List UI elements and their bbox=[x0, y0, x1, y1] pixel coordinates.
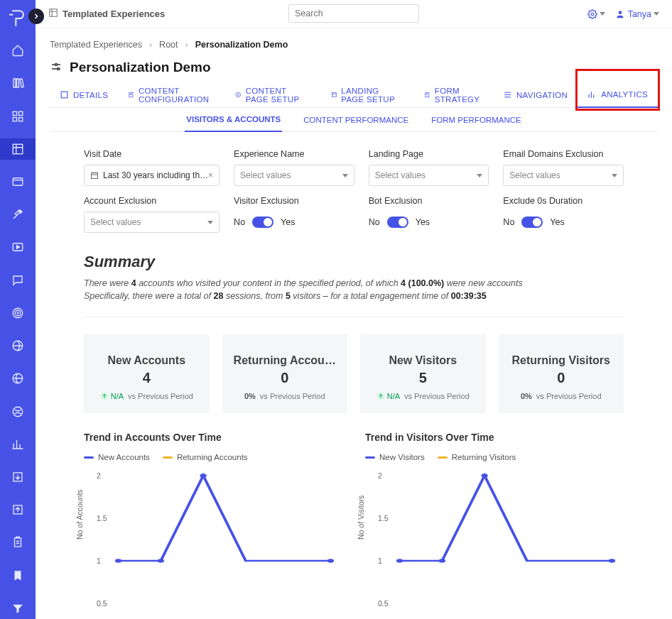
y-axis-label: No of Visitors bbox=[357, 495, 365, 539]
breadcrumb-item[interactable]: Templated Experiences bbox=[50, 40, 142, 50]
tab-analytics[interactable]: ANALYTICS bbox=[578, 83, 658, 108]
svg-rect-25 bbox=[332, 93, 336, 97]
toggle-no-label: No bbox=[369, 217, 380, 227]
rail-home[interactable] bbox=[0, 40, 36, 61]
trend-up-icon: N/A bbox=[376, 392, 400, 400]
rail-clipboard[interactable] bbox=[0, 532, 36, 553]
workspace-title-text: Templated Experiences bbox=[63, 9, 165, 19]
y-axis-label: No of Accounts bbox=[75, 489, 84, 539]
calendar-icon bbox=[90, 171, 99, 180]
svg-rect-1 bbox=[19, 111, 23, 115]
rail-video[interactable] bbox=[0, 236, 36, 258]
filter-label: Experience Name bbox=[234, 149, 354, 159]
legend-label: Returning Visitors bbox=[452, 453, 516, 461]
tab-form-strategy[interactable]: FORM STRATEGY bbox=[414, 82, 493, 107]
svg-rect-0 bbox=[13, 111, 16, 115]
summary-heading: Summary bbox=[84, 253, 624, 271]
account-exclusion-select[interactable]: Select values bbox=[84, 212, 220, 233]
line-chart-svg bbox=[388, 469, 624, 610]
rail-chat[interactable] bbox=[0, 270, 36, 291]
kpi-value: 4 bbox=[91, 370, 202, 386]
legend-label: New Visitors bbox=[379, 453, 425, 461]
experience-name-select[interactable]: Select values bbox=[234, 165, 354, 186]
user-menu[interactable]: Tanya bbox=[615, 9, 659, 19]
filter-visitor-exclusion: Visitor Exclusion No Yes bbox=[234, 196, 354, 233]
expand-rail-button[interactable] bbox=[28, 9, 44, 24]
toggle-yes-label: Yes bbox=[416, 217, 430, 227]
breadcrumb-item[interactable]: Root bbox=[159, 40, 178, 50]
line-chart-svg bbox=[107, 469, 342, 610]
rail-export1[interactable] bbox=[0, 466, 36, 488]
y-tick: 1.5 bbox=[378, 514, 389, 522]
tab-navigation[interactable]: NAVIGATION bbox=[493, 82, 578, 107]
rail-bookmark[interactable] bbox=[0, 565, 36, 586]
rail-globe1[interactable] bbox=[0, 335, 36, 356]
rail-filter[interactable] bbox=[0, 598, 36, 619]
rail-globe3[interactable] bbox=[0, 400, 36, 422]
rail-export2[interactable] bbox=[0, 499, 36, 520]
svg-point-35 bbox=[439, 559, 445, 563]
landing-page-select[interactable]: Select values bbox=[369, 165, 489, 186]
filter-account-exclusion: Account Exclusion Select values bbox=[84, 196, 220, 233]
legend-swatch bbox=[163, 456, 173, 459]
visit-date-picker[interactable]: Last 30 years including th… × bbox=[84, 165, 220, 186]
clear-icon[interactable]: × bbox=[208, 170, 213, 180]
content-scroll[interactable]: Templated Experiences › Root › Personali… bbox=[36, 28, 672, 619]
filter-landing-page: Landing Page Select values bbox=[369, 149, 489, 186]
subtab-content-performance[interactable]: CONTENT PERFORMANCE bbox=[302, 108, 410, 131]
chart-plot: No of Visitors 2 1.5 1 0.5 bbox=[365, 469, 624, 610]
filter-label: Email Domains Exclusion bbox=[503, 149, 624, 159]
tab-content-page-setup[interactable]: CONTENT PAGE SETUP bbox=[225, 82, 321, 107]
filter-grid: Visit Date Last 30 years including th… ×… bbox=[84, 149, 624, 233]
filter-label: Visit Date bbox=[84, 149, 220, 159]
exclude-zero-toggle[interactable] bbox=[521, 217, 543, 228]
tab-details[interactable]: DETAILS bbox=[50, 82, 118, 107]
rail-tools[interactable] bbox=[0, 204, 36, 225]
subtab-form-performance[interactable]: FORM PERFORMANCE bbox=[430, 108, 523, 131]
filter-visit-date: Visit Date Last 30 years including th… × bbox=[84, 149, 220, 186]
svg-rect-2 bbox=[13, 117, 16, 121]
svg-point-12 bbox=[13, 407, 23, 417]
toggle-no-label: No bbox=[503, 217, 514, 227]
visitor-exclusion-toggle[interactable] bbox=[252, 217, 273, 228]
svg-point-18 bbox=[618, 11, 622, 14]
tab-content-configuration[interactable]: CONTENT CONFIGURATION bbox=[118, 82, 225, 107]
chevron-right-icon: › bbox=[185, 40, 188, 50]
summary-section: Summary There were 4 accounts who visite… bbox=[84, 253, 624, 317]
legend-swatch bbox=[438, 456, 448, 459]
svg-point-31 bbox=[158, 559, 164, 563]
filter-experience-name: Experience Name Select values bbox=[234, 149, 354, 186]
primary-tabs: DETAILS CONTENT CONFIGURATION CONTENT PA… bbox=[50, 82, 658, 108]
kpi-value: 0 bbox=[229, 370, 341, 386]
email-domains-select[interactable]: Select values bbox=[503, 165, 624, 186]
settings-button[interactable] bbox=[587, 9, 605, 19]
legend-swatch bbox=[84, 456, 94, 459]
search-input[interactable] bbox=[288, 4, 419, 23]
rail-assets[interactable] bbox=[0, 171, 36, 192]
subtab-visitors-accounts[interactable]: VISITORS & ACCOUNTS bbox=[185, 109, 282, 132]
breadcrumb: Templated Experiences › Root › Personali… bbox=[50, 35, 658, 60]
chevron-down-icon bbox=[654, 12, 659, 16]
kpi-returning-accounts: Returning Accou… 0 0%vs Previous Period bbox=[222, 334, 348, 413]
rail-globe2[interactable] bbox=[0, 368, 36, 389]
bot-exclusion-toggle[interactable] bbox=[387, 217, 408, 228]
kpi-returning-visitors: Returning Visitors 0 0%vs Previous Perio… bbox=[499, 334, 624, 413]
filter-exclude-zero: Exclude 0s Duration No Yes bbox=[503, 196, 624, 233]
svg-rect-4 bbox=[13, 144, 23, 154]
chevron-down-icon bbox=[477, 174, 482, 177]
svg-rect-16 bbox=[50, 9, 58, 17]
y-tick: 2 bbox=[378, 471, 382, 480]
filter-label: Exclude 0s Duration bbox=[503, 196, 624, 206]
legend-label: Returning Accounts bbox=[177, 453, 248, 461]
rail-target[interactable] bbox=[0, 302, 36, 324]
rail-grid[interactable] bbox=[0, 105, 36, 126]
kpi-compare: vs Previous Period bbox=[260, 392, 325, 400]
svg-rect-3 bbox=[19, 117, 23, 121]
svg-point-24 bbox=[236, 92, 241, 97]
rail-library[interactable] bbox=[0, 72, 36, 94]
app-logo-icon bbox=[6, 7, 29, 30]
rail-templated-experiences[interactable] bbox=[0, 138, 36, 160]
y-tick: 1.5 bbox=[97, 514, 107, 522]
tab-landing-page-setup[interactable]: LANDING PAGE SETUP bbox=[321, 82, 415, 107]
rail-analytics[interactable] bbox=[0, 434, 36, 455]
